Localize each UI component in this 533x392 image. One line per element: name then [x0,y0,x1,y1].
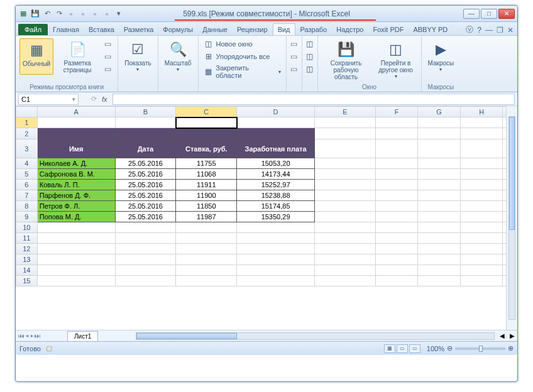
row-13[interactable]: 13 [16,254,38,265]
tab-foxit[interactable]: Foxit PDF [368,24,408,35]
vertical-scrollbar[interactable] [506,106,517,330]
qat-icon-3[interactable]: ▫ [90,9,100,19]
view-small-2[interactable]: ▭ [101,51,114,62]
win-sync-2[interactable]: ◫ [304,51,316,62]
qat-dropdown-icon[interactable]: ▾ [114,9,124,19]
view-normal-icon[interactable]: ▦ [384,344,395,353]
col-A[interactable]: A [37,107,115,117]
col-C[interactable]: C [176,107,237,117]
win-opt-1[interactable]: ▭ [288,38,300,50]
tab-formulas[interactable]: Формулы [158,24,197,35]
ribbon-minimize-icon[interactable]: ⓥ [466,24,473,35]
tab-data[interactable]: Данные [198,24,232,35]
row-1[interactable]: 1 [16,117,38,128]
zoom-thumb[interactable] [479,346,483,352]
row-5[interactable]: 5 [16,169,38,180]
row-15[interactable]: 15 [16,276,38,286]
cell-name[interactable]: Парфенов Д. Ф. [37,190,115,201]
qat-icon-4[interactable]: ▫ [102,9,112,19]
close-button[interactable]: ✕ [498,9,515,19]
row-9[interactable]: 9 [16,212,38,222]
arrange-all-button[interactable]: ⊞Упорядочить все [202,51,282,62]
new-window-button[interactable]: ◫Новое окно [202,38,282,50]
select-all-corner[interactable] [16,107,38,117]
view-small-1[interactable]: ▭ [101,38,114,50]
switch-window-label: Перейти в другое окно [377,60,415,74]
zoom-in-button[interactable]: ⊕ [508,344,514,352]
row-4[interactable]: 4 [16,158,38,169]
win-sync-1[interactable]: ◫ [304,38,316,50]
tab-file[interactable]: Файл [18,24,48,35]
sheet-tab-1[interactable]: Лист1 [67,331,98,341]
row-2[interactable]: 2 [16,128,38,139]
inner-restore-icon[interactable]: ❐ [497,26,503,35]
inner-close-icon[interactable]: ✕ [507,26,514,35]
v-scroll-thumb[interactable] [509,117,515,230]
undo-icon[interactable]: ↶ [42,9,52,19]
win-opt-3[interactable]: ▭ [288,63,300,75]
h-scroll-thumb[interactable] [136,333,237,339]
view-small-3[interactable]: ▭ [101,63,114,75]
zoom-out-button[interactable]: ⊖ [447,344,453,352]
tab-abbyy[interactable]: ABBYY PD [409,24,452,35]
help-icon[interactable]: ? [477,26,481,35]
inner-min-icon[interactable]: — [485,26,493,35]
macro-record-icon[interactable]: ▢ [46,344,52,352]
save-workspace-button[interactable]: 💾 Сохранить рабочую область [322,38,371,82]
tab-home[interactable]: Главная [48,24,84,35]
col-F[interactable]: F [375,107,418,117]
sheet-nav-buttons[interactable]: ⏮◀▶⏭ [18,332,42,339]
row-12[interactable]: 12 [16,244,38,254]
switch-window-button[interactable]: ◫ Перейти в другое окно▾ [375,38,417,82]
tab-view[interactable]: Вид [273,23,295,35]
formula-input[interactable] [113,94,515,105]
column-headers: A B C D E F G H [16,107,517,117]
small-view-icon-1: ▭ [102,39,113,49]
win-sync-3[interactable]: ◫ [304,63,316,75]
qat-icon-1[interactable]: ▫ [66,9,76,19]
row-14[interactable]: 14 [16,265,38,276]
view-layout-icon[interactable]: ▭ [397,344,408,353]
row-7[interactable]: 7 [16,190,38,201]
fx-icon[interactable]: fx [102,95,107,103]
row-3[interactable]: 3 [16,139,38,158]
active-cell[interactable] [176,117,237,128]
row-10[interactable]: 10 [16,222,38,233]
zoom-button[interactable]: 🔍 Масштаб▾ [162,38,194,74]
tab-review[interactable]: Рецензир [233,24,272,35]
view-break-icon[interactable]: ▭ [409,344,420,353]
name-box[interactable]: C1▾ [18,94,79,105]
save-icon[interactable]: 💾 [30,9,40,19]
cell-name[interactable]: Петров Ф. Л. [37,201,115,212]
minimize-button[interactable]: — [463,9,480,19]
tab-addins[interactable]: Надстро [332,24,368,35]
new-window-icon: ◫ [204,39,214,49]
redo-icon[interactable]: ↷ [54,9,64,19]
tab-insert[interactable]: Вставка [84,24,119,35]
tab-layout[interactable]: Разметка [119,24,158,35]
view-normal-button[interactable]: ▦ Обычный [19,38,53,75]
macros-button[interactable]: ▶ Макросы▾ [426,38,457,74]
cell-name[interactable]: Коваль Л. П. [37,180,115,190]
win-opt-2[interactable]: ▭ [288,51,300,62]
freeze-panes-button[interactable]: ▦Закрепить области▾ [202,63,282,80]
row-11[interactable]: 11 [16,233,38,244]
maximize-button[interactable]: □ [481,9,497,19]
zoom-slider[interactable] [455,347,505,350]
cell-name[interactable]: Николаев А. Д. [37,158,115,169]
horizontal-scrollbar[interactable] [136,332,495,340]
row-8[interactable]: 8 [16,201,38,212]
col-D[interactable]: D [237,107,315,117]
show-button[interactable]: ☑ Показать▾ [122,38,154,74]
col-H[interactable]: H [460,107,503,117]
tab-developer[interactable]: Разрабо [296,24,332,35]
view-page-layout-button[interactable]: 📄 Разметка страницы [57,38,97,75]
spreadsheet-grid[interactable]: A B C D E F G H 1 2 3 Имя Дата Ставка, р… [16,106,517,286]
col-G[interactable]: G [418,107,461,117]
qat-icon-2[interactable]: ▫ [78,9,88,19]
cell-name[interactable]: Сафронова В. М. [37,169,115,180]
col-B[interactable]: B [115,107,176,117]
col-E[interactable]: E [314,107,375,117]
row-6[interactable]: 6 [16,180,38,190]
cell-name[interactable]: Попова М. Д. [37,212,115,222]
